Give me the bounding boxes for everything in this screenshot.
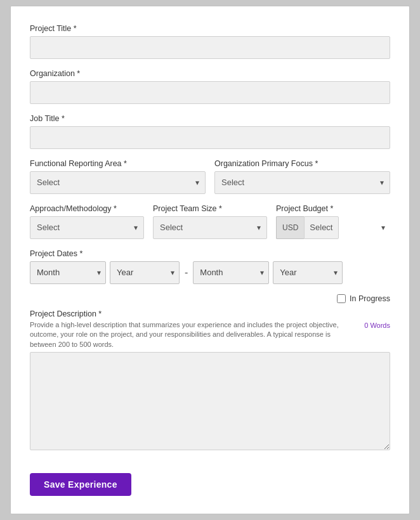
project-description-group: Project Description * Provide a high-lev…	[30, 309, 390, 453]
form-card: Project Title * Organization * Job Title…	[10, 6, 410, 514]
project-dates-group: Project Dates * Month Year - Month Ye	[30, 249, 390, 284]
approach-methodology-label: Approach/Methodology *	[30, 204, 144, 213]
project-description-hint: Provide a high-level description that su…	[30, 320, 358, 349]
organization-input[interactable]	[30, 81, 390, 104]
start-month-wrapper: Month	[30, 261, 106, 284]
project-budget-label: Project Budget *	[276, 204, 390, 213]
dates-row: Month Year - Month Year	[30, 261, 390, 284]
approach-methodology-select-wrapper: Select	[30, 216, 144, 239]
functional-reporting-select-wrapper: Select	[30, 171, 206, 194]
project-title-input[interactable]	[30, 36, 390, 59]
org-primary-focus-select[interactable]: Select	[214, 171, 390, 194]
budget-select-wrapper: Select	[304, 216, 390, 239]
end-year-wrapper: Year	[273, 261, 343, 284]
job-title-input[interactable]	[30, 126, 390, 149]
end-month-select[interactable]: Month	[193, 261, 269, 284]
budget-input-row: USD Select	[276, 216, 390, 239]
approach-methodology-group: Approach/Methodology * Select	[30, 204, 144, 239]
job-title-group: Job Title *	[30, 114, 390, 149]
project-team-size-label: Project Team Size *	[153, 204, 267, 213]
start-year-wrapper: Year	[110, 261, 180, 284]
functional-reporting-select[interactable]: Select	[30, 171, 206, 194]
project-team-size-group: Project Team Size * Select	[153, 204, 267, 239]
start-month-select[interactable]: Month	[30, 261, 106, 284]
in-progress-checkbox[interactable]	[337, 294, 346, 303]
project-team-size-select-wrapper: Select	[153, 216, 267, 239]
reporting-focus-row: Functional Reporting Area * Select Organ…	[30, 159, 390, 194]
organization-label: Organization *	[30, 69, 390, 78]
save-experience-button[interactable]: Save Experience	[30, 473, 131, 496]
project-title-label: Project Title *	[30, 24, 390, 33]
org-primary-focus-label: Organization Primary Focus *	[214, 159, 390, 168]
project-description-label: Project Description *	[30, 309, 102, 318]
functional-reporting-group: Functional Reporting Area * Select	[30, 159, 206, 194]
in-progress-row: In Progress	[30, 294, 390, 303]
project-title-group: Project Title *	[30, 24, 390, 59]
desc-label-row: Provide a high-level description that su…	[30, 320, 390, 349]
desc-top-row: Project Description *	[30, 309, 390, 318]
usd-badge: USD	[276, 216, 304, 239]
start-year-select[interactable]: Year	[110, 261, 180, 284]
org-primary-focus-select-wrapper: Select	[214, 171, 390, 194]
end-year-select[interactable]: Year	[273, 261, 343, 284]
project-team-size-select[interactable]: Select	[153, 216, 267, 239]
org-primary-focus-group: Organization Primary Focus * Select	[214, 159, 390, 194]
word-count: 0 Words	[364, 322, 390, 329]
organization-group: Organization *	[30, 69, 390, 104]
approach-team-budget-row: Approach/Methodology * Select Project Te…	[30, 204, 390, 239]
functional-reporting-label: Functional Reporting Area *	[30, 159, 206, 168]
approach-methodology-select[interactable]: Select	[30, 216, 144, 239]
budget-select[interactable]: Select	[304, 216, 339, 239]
project-budget-group: Project Budget * USD Select	[276, 204, 390, 239]
end-month-wrapper: Month	[193, 261, 269, 284]
in-progress-label: In Progress	[350, 294, 390, 303]
date-separator: -	[183, 267, 189, 278]
job-title-label: Job Title *	[30, 114, 390, 123]
project-description-textarea[interactable]	[30, 352, 390, 450]
project-dates-label: Project Dates *	[30, 249, 390, 258]
